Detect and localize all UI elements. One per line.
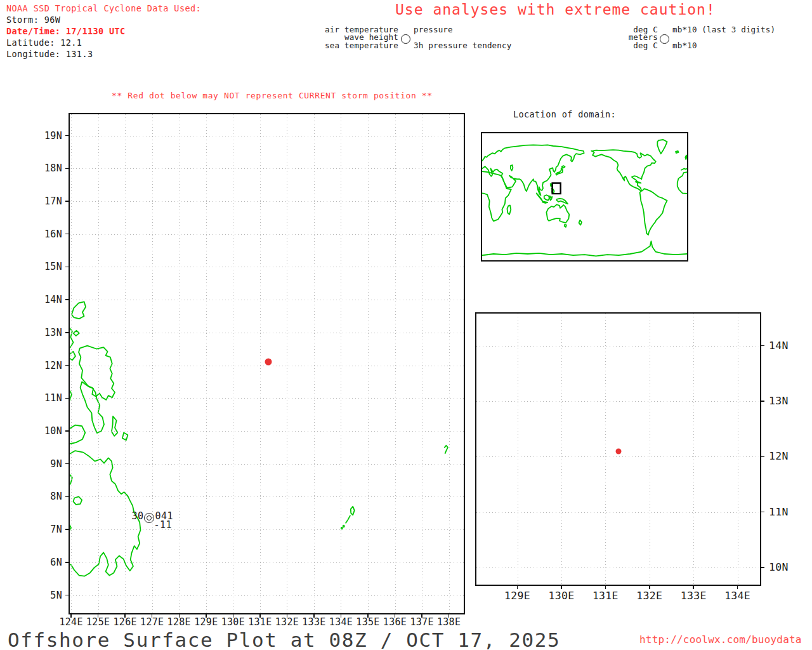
lon-gridline [233,114,233,613]
lat-tick-label: 12N [769,451,789,462]
lat-tick [65,168,70,169]
lon-gridline [287,114,287,613]
lat-gridline [70,333,464,333]
lon-tick [517,585,518,589]
lat-tick-label: 17N [44,197,62,206]
lon-tick-label: 132E [275,618,299,627]
lat-tick-label: 11N [44,394,62,403]
lat-tick-label: 19N [44,131,62,140]
domain-rectangle [553,183,561,194]
lon-gridline [449,114,450,613]
main-map-plot-area: 30041-11 [70,114,464,613]
lon-tick-label: 129E [194,618,218,627]
offshore-surface-plot-page: NOAA SSD Tropical Cyclone Data Used: Sto… [0,0,812,650]
lon-gridline [395,114,396,613]
lat-tick-label: 10N [44,427,62,436]
lat-gridline [476,401,760,402]
lat-tick-label: 13N [44,328,62,337]
lat-tick [65,529,70,530]
lat-gridline [70,398,464,399]
inset-title: Location of domain: [482,110,647,119]
lat-tick-label: 11N [769,507,789,517]
legend-sea-temp: sea temperature [272,42,398,50]
lon-gridline [605,314,606,585]
station-air-temp: 30 [131,512,143,521]
lat-tick-label: 6N [50,557,62,567]
lat-tick-label: 12N [44,361,62,370]
station-circle-icon [401,34,410,44]
lon-tick-label: 136E [383,618,407,627]
lat-tick [65,496,70,498]
lat-gridline [70,595,464,596]
lat-tick [760,345,764,347]
lon-gridline [179,114,180,613]
zoomed-domain-map: 129E130E131E132E133E134E10N11N12N13N14N [475,312,761,586]
lat-gridline [476,346,760,347]
zoom-map-plot-area [476,314,760,585]
lat-tick [760,567,764,568]
lat-gridline [70,136,464,136]
lon-tick [561,585,562,589]
storm-id-line: Storm: 96W [6,16,60,25]
lon-tick-label: 128E [167,618,191,627]
station-tendency: -11 [154,521,172,530]
lon-tick-label: 134E [724,591,750,602]
lat-gridline [70,267,464,267]
lon-tick-label: 135E [356,618,379,627]
lon-tick [737,585,738,589]
lat-tick-label: 8N [50,492,62,501]
lon-tick [649,585,650,589]
legend-pressure: pressure [414,26,453,34]
lat-tick-label: 13N [769,396,789,407]
lat-tick-label: 14N [769,340,789,351]
lat-tick-label: 7N [50,525,62,534]
storm-position-dot [265,359,272,366]
station-circle-icon [660,34,669,44]
longitude-line: Longitude: 131.3 [6,50,93,59]
lon-tick-label: 138E [437,618,461,627]
lat-tick-label: 10N [769,562,789,573]
lon-gridline [650,314,650,585]
lat-tick-label: 5N [50,590,62,600]
lat-gridline [70,201,464,202]
lat-tick [65,430,70,432]
lon-gridline [314,114,315,613]
lat-tick [65,299,70,300]
latitude-line: Latitude: 12.1 [6,39,82,48]
lat-tick [760,401,764,402]
lon-tick-label: 127E [140,618,164,627]
lon-gridline [738,314,738,585]
legend-tendency: 3h pressure tendency [414,42,512,50]
lat-tick [65,267,70,268]
lat-gridline [70,562,464,563]
lat-tick [65,234,70,235]
lon-gridline [152,114,153,613]
lat-gridline [70,234,464,235]
main-surface-map: 30041-11 124E125E126E127E128E129E130E131… [69,113,465,614]
lat-tick [760,456,764,458]
lon-gridline [341,114,341,613]
lat-tick [65,365,70,366]
source-url[interactable]: http://coolwx.com/buoydata [639,635,802,645]
lon-tick-label: 133E [302,618,325,627]
lon-tick-label: 133E [681,591,707,602]
lon-tick-label: 124E [59,618,82,627]
lon-tick-label: 130E [221,618,245,627]
lat-gridline [70,431,464,432]
lat-tick [760,512,764,513]
lat-tick-label: 9N [50,459,62,468]
lat-gridline [70,496,464,497]
lon-tick-label: 129E [504,591,530,602]
lon-gridline [206,114,207,613]
lat-gridline [476,567,760,568]
legend-tendency-unit: mb*10 [672,42,697,50]
lon-tick-label: 130E [548,591,574,602]
lon-tick-label: 125E [86,618,110,627]
legend-sea-temp-unit: deg C [531,42,658,50]
storm-position-dot [616,448,622,454]
lat-gridline [476,456,760,457]
noaa-data-line: NOAA SSD Tropical Cyclone Data Used: [6,4,201,13]
lon-gridline [561,314,562,585]
datetime-line: Date/Time: 17/1130 UTC [6,27,126,36]
lat-gridline [70,300,464,300]
